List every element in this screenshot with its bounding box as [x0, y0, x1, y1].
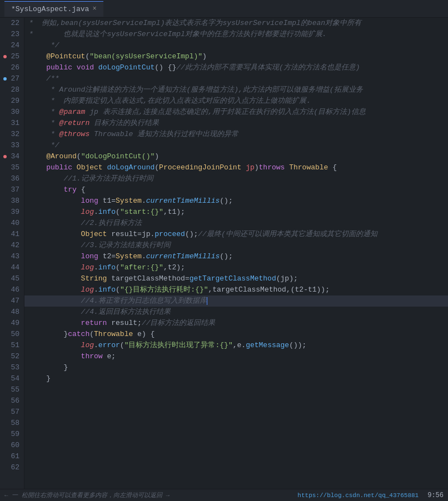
line-num-60: 60 [4, 440, 19, 451]
code-line-39: log.info("start:{}",t1); [24, 207, 448, 218]
code-line-59 [24, 429, 448, 440]
code-line-25: @Pointcut("bean(sysUserServiceImpl)") [24, 51, 448, 62]
file-tab[interactable]: *SysLogAspect.java × [4, 1, 103, 17]
code-area[interactable]: * 例如,bean(sysUserServiceImpl)表达式表示名字为sys… [24, 18, 448, 501]
code-line-34: @Around("doLogPointCut()") [24, 151, 448, 162]
line-num-57: 57 [4, 407, 19, 418]
editor-container: 22 23 24 25 26 27 28 29 30 31 32 33 34 3… [0, 18, 448, 501]
line-num-34: 34 [4, 151, 19, 162]
file-tab-name: *SysLogAspect.java [11, 5, 89, 13]
code-line-37: try { [24, 184, 448, 196]
code-line-52: throw e; [24, 351, 448, 362]
line-num-52: 52 [4, 351, 19, 362]
line-num-54: 54 [4, 373, 19, 384]
line-num-33: 33 [4, 140, 19, 151]
code-line-23: * 也就是说这个sysUserServiceImpl对象中的任意方法执行时都要进… [24, 29, 448, 40]
code-line-53: } [24, 362, 448, 373]
code-line-29: * 内部要指定切入点表达式,在此切入点表达式对应的切入点方法上做功能扩展. [24, 96, 448, 107]
clock-time: 9:56 [427, 492, 444, 499]
scroll-hint-text: ← 一 松開往右滑动可以查看更多内容，向左滑动可以返回 → [4, 491, 170, 499]
code-line-62 [24, 462, 448, 473]
line-num-32: 32 [4, 129, 19, 140]
code-line-45: String targetClassMethod=getTargetClassM… [24, 273, 448, 284]
line-num-46: 46 [4, 284, 19, 295]
line-num-40: 40 [4, 218, 19, 229]
line-num-55: 55 [4, 384, 19, 395]
code-line-30: * @param jp 表示连接点,连接点是动态确定的,用于封装正在执行的切入点… [24, 107, 448, 118]
line-num-56: 56 [4, 395, 19, 407]
breakpoint-34 [3, 155, 7, 158]
code-line-33: */ [24, 140, 448, 151]
line-num-27: 27 [4, 73, 19, 84]
code-line-56 [24, 395, 448, 407]
code-line-36: //1.记录方法开始执行时间 [24, 173, 448, 184]
text-cursor [207, 297, 207, 305]
line-num-48: 48 [4, 307, 19, 318]
code-line-60 [24, 440, 448, 451]
code-line-55 [24, 384, 448, 395]
line-num-37: 37 [4, 184, 19, 196]
code-line-42: //3.记录方法结束执行时间 [24, 240, 448, 251]
code-line-41: Object result=jp.proceed();//最终(中间还可以调用本… [24, 229, 448, 240]
line-num-35: 35 [4, 162, 19, 173]
code-line-58 [24, 418, 448, 429]
line-num-49: 49 [4, 318, 19, 329]
line-num-47: 47 [4, 295, 19, 307]
code-line-44: log.info("after:{}",t2); [24, 262, 448, 273]
code-line-48: //4.返回目标方法执行结果 [24, 307, 448, 318]
line-num-39: 39 [4, 207, 19, 218]
line-num-50: 50 [4, 329, 19, 340]
line-num-31: 31 [4, 118, 19, 129]
line-num-53: 53 [4, 362, 19, 373]
code-line-51: log.error("目标方法执行时出现了异常:{}",e.getMessage… [24, 340, 448, 351]
code-line-40: //2.执行目标方法 [24, 218, 448, 229]
line-num-44: 44 [4, 262, 19, 273]
line-num-59: 59 [4, 429, 19, 440]
line-num-41: 41 [4, 229, 19, 240]
right-status-area: https://blog.csdn.net/qq_43765881 9:56 [297, 492, 444, 499]
code-line-22: * 例如,bean(sysUserServiceImpl)表达式表示名字为sys… [24, 18, 448, 29]
line-numbers: 22 23 24 25 26 27 28 29 30 31 32 33 34 3… [0, 18, 24, 501]
code-line-50: }catch(Throwable e) { [24, 329, 448, 340]
code-line-24: */ [24, 40, 448, 51]
code-line-26: public void doLogPointCut() {}//此方法内部不需要… [24, 62, 448, 73]
line-num-24: 24 [4, 40, 19, 51]
code-line-28: * Around注解描述的方法为一个通知方法(服务增益方法),此方法内部可以做服… [24, 84, 448, 96]
code-line-54: } [24, 373, 448, 384]
code-line-57 [24, 407, 448, 418]
line-num-36: 36 [4, 173, 19, 184]
code-line-35: public Object doLogAround(ProceedingJoin… [24, 162, 448, 173]
line-num-61: 61 [4, 451, 19, 462]
code-line-38: long t1=System.currentTimeMillis(); [24, 196, 448, 207]
line-num-29: 29 [4, 96, 19, 107]
code-line-27: /** [24, 73, 448, 84]
line-num-23: 23 [4, 29, 19, 40]
code-line-61 [24, 451, 448, 462]
line-num-51: 51 [4, 340, 19, 351]
line-num-28: 28 [4, 84, 19, 96]
code-line-46: log.info("{}目标方法执行耗时:{}",targetClassMeth… [24, 284, 448, 295]
line-num-45: 45 [4, 273, 19, 284]
line-num-58: 58 [4, 418, 19, 429]
line-num-26: 26 [4, 62, 19, 73]
code-line-32: * @throws Throwable 通知方法执行过程中出现的异常 [24, 129, 448, 140]
line-num-62: 62 [4, 462, 19, 473]
breakpoint-27 [3, 77, 7, 81]
bottom-status-bar: ← 一 松開往右滑动可以查看更多内容，向左滑动可以返回 → https://bl… [0, 489, 448, 501]
line-num-22: 22 [4, 18, 19, 29]
code-line-31: * @return 目标方法的执行结果 [24, 118, 448, 129]
breakpoint-25 [3, 55, 7, 58]
line-num-30: 30 [4, 107, 19, 118]
code-line-47: //4.将正常行为日志信息写入到数据库 [24, 295, 448, 307]
code-line-43: long t2=System.currentTimeMillis(); [24, 251, 448, 262]
title-bar: *SysLogAspect.java × [0, 0, 448, 18]
line-num-43: 43 [4, 251, 19, 262]
line-num-25: 25 [4, 51, 19, 62]
close-tab-button[interactable]: × [92, 5, 96, 13]
line-num-42: 42 [4, 240, 19, 251]
blog-url: https://blog.csdn.net/qq_43765881 [297, 492, 419, 499]
line-num-38: 38 [4, 196, 19, 207]
code-line-49: return result;//目标方法的返回结果 [24, 318, 448, 329]
